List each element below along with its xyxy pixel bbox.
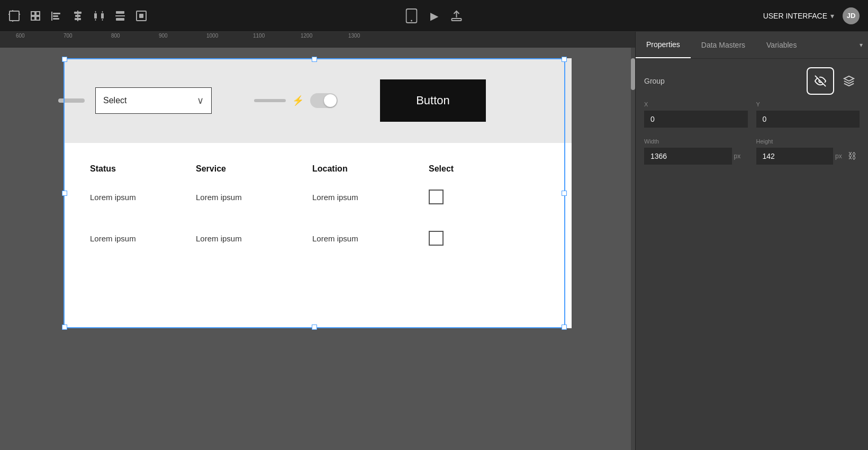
xy-section: X Y <box>644 101 860 128</box>
svg-rect-10 <box>53 15 58 17</box>
ruler-content: 600 700 800 900 1000 1100 1200 1300 <box>0 39 635 41</box>
cell-status-1: Lorem ipsum <box>90 193 196 202</box>
toggle-track <box>310 93 338 108</box>
width-unit: px <box>734 152 745 160</box>
header-status: Status <box>90 164 196 174</box>
wh-field-group: Width px Height px ⛓ <box>644 138 860 165</box>
svg-rect-9 <box>53 13 60 14</box>
eye-slash-icon <box>815 75 826 87</box>
align-left-icon[interactable] <box>51 10 62 22</box>
cell-service-2: Lorem ipsum <box>196 234 312 243</box>
width-input-row: px <box>644 148 748 165</box>
cell-status-2: Lorem ipsum <box>90 234 196 243</box>
slider-toggle-group: ⚡ <box>254 93 338 108</box>
cell-location-1: Lorem ipsum <box>312 193 429 202</box>
align-center-icon[interactable] <box>72 10 84 22</box>
component-bar: Select ∨ ⚡ <box>64 58 572 143</box>
hide-icon-button[interactable] <box>807 67 834 95</box>
table-row: Lorem ipsum Lorem ipsum Lorem ipsum <box>90 231 545 246</box>
component-icon[interactable] <box>30 10 41 22</box>
toolbar-center: ▶ <box>406 8 463 23</box>
svg-rect-11 <box>53 18 59 20</box>
panel-body: Group <box>636 59 868 450</box>
width-input[interactable] <box>644 148 732 165</box>
svg-rect-0 <box>10 11 19 21</box>
layer-icon-button[interactable] <box>838 70 860 92</box>
toolbar-left <box>8 10 763 22</box>
y-input[interactable] <box>756 111 860 128</box>
svg-rect-21 <box>116 11 124 14</box>
ruler-mark-1000: 1000 <box>206 33 218 39</box>
y-label: Y <box>756 101 860 107</box>
toggle-thumb <box>324 94 337 107</box>
tab-data-masters[interactable]: Data Masters <box>691 32 756 58</box>
link-aspect-ratio-icon[interactable]: ⛓ <box>848 151 856 161</box>
select-dropdown[interactable]: Select ∨ <box>95 87 212 114</box>
device-preview-icon[interactable] <box>406 8 418 23</box>
tab-variables[interactable]: Variables <box>756 32 807 58</box>
height-input[interactable] <box>756 148 834 165</box>
ruler: 600 700 800 900 1000 1100 1200 1300 <box>0 32 635 48</box>
checkbox-2[interactable] <box>429 231 444 246</box>
project-name[interactable]: USER INTERFACE ▾ <box>763 12 834 20</box>
layers-icon <box>843 75 855 87</box>
x-input-row <box>644 111 748 128</box>
x-label: X <box>644 101 748 107</box>
svg-rect-22 <box>116 18 124 21</box>
header-service: Service <box>196 164 312 174</box>
svg-rect-28 <box>452 19 462 21</box>
ruler-mark-600: 600 <box>16 33 25 39</box>
x-field: X <box>644 101 748 128</box>
cell-checkbox-1[interactable] <box>429 190 524 204</box>
distribute-vertical-icon[interactable] <box>114 10 126 22</box>
cell-location-2: Lorem ipsum <box>312 234 429 243</box>
publish-icon[interactable] <box>451 10 463 22</box>
toggle[interactable] <box>310 93 338 108</box>
table-row: Lorem ipsum Lorem ipsum Lorem ipsum <box>90 190 545 204</box>
checkbox-1[interactable] <box>429 190 444 204</box>
height-field: Height px ⛓ <box>756 138 860 165</box>
distribute-horizontal-icon[interactable] <box>93 10 105 22</box>
width-field: Width px <box>644 138 748 165</box>
svg-point-27 <box>411 20 412 21</box>
x-input[interactable] <box>644 111 748 128</box>
scrollbar-thumb[interactable] <box>631 58 635 90</box>
button-component[interactable]: Button <box>380 79 486 122</box>
ruler-mark-1300: 1300 <box>348 33 360 39</box>
tab-properties[interactable]: Properties <box>636 32 691 58</box>
main-area: 600 700 800 900 1000 1100 1200 1300 <box>0 32 868 450</box>
header-select: Select <box>429 164 524 174</box>
y-field: Y <box>756 101 860 128</box>
right-panel: Properties Data Masters Variables ▾ Grou… <box>635 32 868 450</box>
frame-content: Select ∨ ⚡ <box>64 58 572 328</box>
frame-tool-icon[interactable] <box>8 10 20 22</box>
ruler-mark-900: 900 <box>159 33 168 39</box>
canvas-scroll: Select ∨ ⚡ <box>0 48 635 450</box>
panel-dropdown-icon[interactable]: ▾ <box>860 41 863 49</box>
group-row: Group <box>644 67 860 95</box>
ruler-mark-1100: 1100 <box>253 33 265 39</box>
select-chevron-icon: ∨ <box>197 95 204 106</box>
slider-track[interactable] <box>254 99 286 102</box>
panel-icon-buttons <box>807 67 860 95</box>
cell-service-1: Lorem ipsum <box>196 193 312 202</box>
play-icon[interactable]: ▶ <box>430 10 438 22</box>
svg-rect-5 <box>31 12 35 15</box>
width-label: Width <box>644 138 748 145</box>
vertical-scrollbar[interactable] <box>631 48 635 450</box>
height-unit: px <box>835 152 846 160</box>
avatar[interactable]: JD <box>843 7 860 24</box>
padding-icon[interactable] <box>135 10 147 22</box>
ruler-mark-1200: 1200 <box>301 33 312 39</box>
height-input-row: px ⛓ <box>756 148 860 165</box>
svg-marker-30 <box>844 76 854 81</box>
cell-checkbox-2[interactable] <box>429 231 524 246</box>
group-label: Group <box>644 77 807 85</box>
lightning-icon: ⚡ <box>292 95 304 106</box>
ruler-mark-800: 800 <box>111 33 120 39</box>
svg-rect-25 <box>139 14 143 18</box>
toolbar: ▶ USER INTERFACE ▾ JD <box>0 0 868 32</box>
table-header: Status Service Location Select <box>90 164 545 174</box>
canvas-area: 600 700 800 900 1000 1100 1200 1300 <box>0 32 635 450</box>
wh-section: Width px Height px ⛓ <box>644 138 860 165</box>
